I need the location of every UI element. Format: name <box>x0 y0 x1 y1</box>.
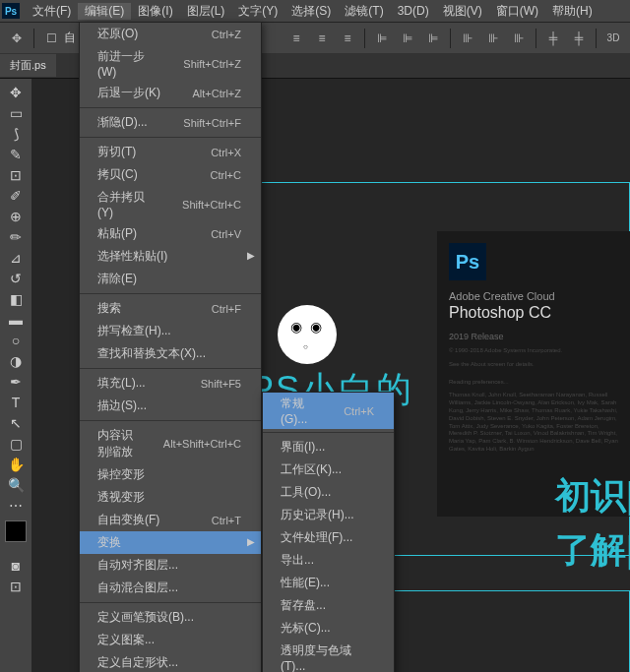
distribute-icon[interactable]: ╪ <box>541 27 565 50</box>
menu-item[interactable]: 清除(E) <box>80 268 261 290</box>
menu-window[interactable]: 窗口(W) <box>489 3 545 20</box>
menu-item[interactable]: 前进一步(W)Shift+Ctrl+Z <box>80 45 261 82</box>
menu-type[interactable]: 文字(Y) <box>231 3 284 20</box>
menu-item[interactable]: 透视变形 <box>80 486 261 509</box>
align-icon[interactable]: ≡ <box>310 27 334 50</box>
menu-item-label: 还原(O) <box>97 26 138 42</box>
3d-mode-icon[interactable]: 3D <box>601 27 625 50</box>
dodge-tool-icon[interactable]: ◑ <box>3 351 29 371</box>
eyedropper-tool-icon[interactable]: ✐ <box>3 186 29 206</box>
edit-toolbar-icon[interactable]: ⋯ <box>3 496 29 516</box>
brush-tool-icon[interactable]: ✏ <box>3 227 29 247</box>
submenu-arrow-icon: ▶ <box>247 250 255 261</box>
menu-edit[interactable]: 编辑(E) <box>78 3 131 20</box>
type-tool-icon[interactable]: T <box>3 393 29 412</box>
move-tool-icon[interactable]: ✥ <box>3 83 29 102</box>
menu-help[interactable]: 帮助(H) <box>545 3 599 20</box>
menu-item[interactable]: 透明度与色域(T)... <box>263 640 394 672</box>
align-icon[interactable]: ≡ <box>336 27 359 50</box>
align-icon[interactable]: ⊫ <box>370 27 394 50</box>
auto-select-checkbox[interactable]: ☐ <box>39 27 63 50</box>
hand-tool-icon[interactable]: ✋ <box>3 455 29 474</box>
menu-item[interactable]: 合并拷贝(Y)Shift+Ctrl+C <box>80 186 261 222</box>
lasso-tool-icon[interactable]: ⟆ <box>3 124 29 144</box>
crop-tool-icon[interactable]: ⊡ <box>3 165 29 185</box>
menu-item[interactable]: 文件处理(F)... <box>263 526 394 549</box>
menu-item-label: 性能(E)... <box>281 575 330 591</box>
menu-item[interactable]: 还原(O)Ctrl+Z <box>80 23 261 45</box>
face-graphic <box>278 305 337 364</box>
menu-item[interactable]: 界面(I)... <box>263 436 394 458</box>
menu-bar: Ps 文件(F) 编辑(E) 图像(I) 图层(L) 文字(Y) 选择(S) 滤… <box>0 0 630 22</box>
menu-item[interactable]: 自动混合图层... <box>80 577 261 599</box>
menu-layer[interactable]: 图层(L) <box>180 3 232 20</box>
shape-tool-icon[interactable]: ▢ <box>3 434 29 454</box>
menu-shortcut: Ctrl+T <box>212 515 241 526</box>
menu-item[interactable]: 剪切(T)Ctrl+X <box>80 141 261 163</box>
menu-item[interactable]: 导出... <box>263 549 394 572</box>
ps-logo-icon: Ps <box>449 243 486 280</box>
menu-3d[interactable]: 3D(D) <box>391 4 436 18</box>
align-icon[interactable]: ⊫ <box>396 27 419 50</box>
distribute-icon[interactable]: ⊪ <box>456 27 479 50</box>
menu-item-label: 透明度与色域(T)... <box>281 642 374 672</box>
splash-status: Reading preferences... <box>449 379 618 387</box>
menu-item[interactable]: 自由变换(F)Ctrl+T <box>80 509 261 531</box>
menu-item[interactable]: 拼写检查(H)... <box>80 320 261 342</box>
move-tool-icon[interactable]: ✥ <box>5 27 29 50</box>
menu-item[interactable]: 工具(O)... <box>263 481 394 504</box>
healing-tool-icon[interactable]: ⊕ <box>3 207 29 226</box>
menu-item[interactable]: 光标(C)... <box>263 617 394 640</box>
menu-item[interactable]: 历史记录(H)... <box>263 504 394 526</box>
menu-shortcut: Shift+Ctrl+Z <box>183 58 241 70</box>
menu-item[interactable]: 查找和替换文本(X)... <box>80 342 261 365</box>
distribute-icon[interactable]: ╪ <box>567 27 591 50</box>
pen-tool-icon[interactable]: ✒ <box>3 372 29 392</box>
menu-image[interactable]: 图像(I) <box>131 3 179 20</box>
menu-item[interactable]: 自动对齐图层... <box>80 554 261 577</box>
document-tab[interactable]: 封面.ps <box>0 54 56 77</box>
menu-item-label: 清除(E) <box>97 271 137 287</box>
menu-item[interactable]: 搜索Ctrl+F <box>80 297 261 320</box>
menu-item[interactable]: 工作区(K)... <box>263 458 394 481</box>
menu-view[interactable]: 视图(V) <box>436 3 489 20</box>
distribute-icon[interactable]: ⊪ <box>507 27 531 50</box>
menu-item[interactable]: 粘贴(P)Ctrl+V <box>80 222 261 245</box>
color-swatch[interactable] <box>5 520 27 542</box>
eraser-tool-icon[interactable]: ◧ <box>3 289 29 309</box>
menu-file[interactable]: 文件(F) <box>26 3 78 20</box>
distribute-icon[interactable]: ⊪ <box>481 27 505 50</box>
menu-item[interactable]: 常规(G)...Ctrl+K <box>263 393 394 429</box>
gradient-tool-icon[interactable]: ▬ <box>3 310 29 330</box>
menu-select[interactable]: 选择(S) <box>284 3 338 20</box>
zoom-tool-icon[interactable]: 🔍 <box>3 475 29 495</box>
screen-mode-icon[interactable]: ⊡ <box>3 577 29 596</box>
quick-select-tool-icon[interactable]: ✎ <box>3 145 29 164</box>
menu-item[interactable]: 后退一步(K)Alt+Ctrl+Z <box>80 82 261 104</box>
menu-item[interactable]: 选择性粘贴(I)▶ <box>80 245 261 268</box>
menu-item[interactable]: 填充(L)...Shift+F5 <box>80 372 261 395</box>
menu-filter[interactable]: 滤镜(T) <box>338 3 390 20</box>
menu-item[interactable]: 定义画笔预设(B)... <box>80 606 261 629</box>
menu-item[interactable]: 操控变形 <box>80 463 261 486</box>
stamp-tool-icon[interactable]: ⊿ <box>3 248 29 268</box>
menu-item[interactable]: 暂存盘... <box>263 594 394 617</box>
menu-item[interactable]: 定义图案... <box>80 629 261 651</box>
align-icon[interactable]: ⊫ <box>421 27 445 50</box>
menu-item[interactable]: 描边(S)... <box>80 395 261 417</box>
quick-mask-icon[interactable]: ◙ <box>3 556 29 576</box>
menu-item[interactable]: 内容识别缩放Alt+Shift+Ctrl+C <box>80 424 261 463</box>
menu-item-label: 内容识别缩放 <box>97 427 140 460</box>
path-tool-icon[interactable]: ↖ <box>3 413 29 433</box>
menu-item[interactable]: 定义自定形状... <box>80 651 261 672</box>
marquee-tool-icon[interactable]: ▭ <box>3 103 29 123</box>
menu-item-label: 界面(I)... <box>281 439 325 456</box>
history-brush-tool-icon[interactable]: ↺ <box>3 269 29 288</box>
menu-item[interactable]: 渐隐(D)...Shift+Ctrl+F <box>80 111 261 134</box>
menu-item[interactable]: 拷贝(C)Ctrl+C <box>80 163 261 186</box>
blur-tool-icon[interactable]: ○ <box>3 331 29 350</box>
menu-shortcut: Alt+Ctrl+Z <box>192 88 241 99</box>
menu-item[interactable]: 变换▶ <box>80 531 261 554</box>
align-icon[interactable]: ≡ <box>284 27 308 50</box>
menu-item[interactable]: 性能(E)... <box>263 572 394 594</box>
